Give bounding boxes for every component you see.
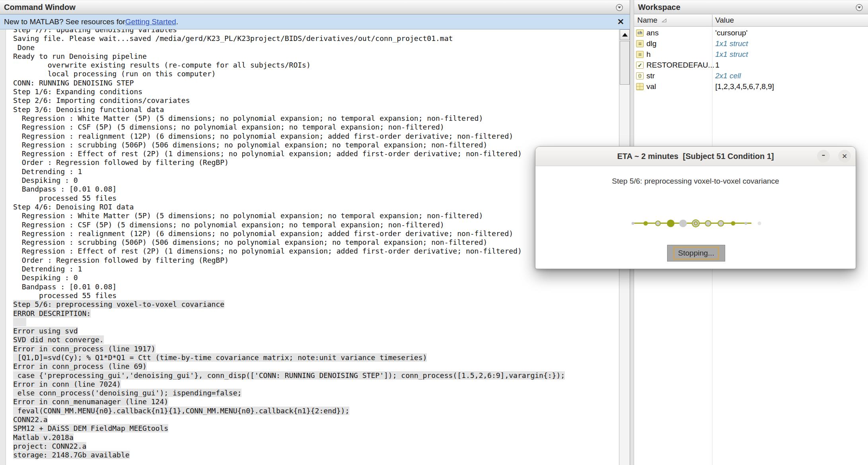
console-lines: Step 7/7: updating denoising variablesSa… — [13, 29, 565, 460]
console-line: Error in conn_process (line 1917) — [13, 345, 565, 353]
console-line: Regression : realignment (12P) (6 dimens… — [13, 229, 565, 238]
console-line: case {'preprocessing_gui','denoising_gui… — [13, 371, 565, 380]
variable-value: 1x1 struct — [715, 50, 748, 59]
console-line: [Q1,D]=svd(Cy); % Q1*D*Q1 = Ctt (time-by… — [13, 353, 565, 362]
console-line: Step 3/6: Denoising functional data — [13, 105, 565, 114]
char-variable-icon — [636, 29, 644, 37]
console-line: local processing (run on this computer) — [13, 70, 565, 78]
console-line: Despiking : 0 — [13, 273, 565, 282]
console-line: overwrite existing results (re-compute f… — [13, 61, 565, 70]
console-line: Ready to run Denoising pipeline — [13, 52, 565, 61]
getting-started-link[interactable]: Getting Started — [125, 17, 176, 26]
matrix-variable-icon — [636, 83, 644, 90]
console-line: Error in conn (line 7024) — [13, 380, 565, 389]
workspace-header: Workspace — [634, 0, 868, 14]
console-line: Order : Regression followed by filtering… — [13, 158, 565, 167]
column-divider[interactable] — [712, 15, 712, 27]
progress-dot — [643, 221, 648, 225]
workspace-row[interactable]: RESTOREDEFAU...1 — [634, 60, 868, 70]
console-line: SVD did not converge. — [13, 335, 565, 344]
console-line: Step 4/6: Denoising ROI data — [13, 203, 565, 211]
variable-name: h — [646, 50, 651, 59]
console-line: Detrending : 1 — [13, 265, 565, 273]
scroll-up-arrow-icon — [622, 33, 628, 37]
variable-value: [1,2,3,4,5,6,7,8,9] — [715, 82, 774, 91]
variable-value: 'cursorup' — [715, 29, 747, 37]
panel-menu-icon[interactable] — [855, 4, 863, 12]
variable-name: RESTOREDEFAU... — [646, 61, 714, 70]
console-line: Regression : scrubbing (506P) (506 dimen… — [13, 141, 565, 149]
workspace-row[interactable]: ans'cursorup' — [634, 27, 868, 38]
column-header-name[interactable]: Name — [637, 16, 667, 25]
stopping-button-label: Stopping... — [673, 247, 719, 260]
console-line: Regression : Effect of rest (2P) (1 dime… — [13, 247, 565, 256]
workspace-title: Workspace — [634, 3, 680, 12]
console-line: feval(CONN_MM.MENU{n0}.callback{n1}{1},C… — [13, 407, 565, 415]
console-line: Error using svd — [13, 327, 565, 335]
progress-dot — [758, 221, 761, 225]
console-left-margin — [0, 29, 6, 465]
console-line: Regression : White Matter (5P) (5 dimens… — [13, 114, 565, 123]
console-line: CONN22.a — [13, 415, 565, 424]
scrollbar-up-button[interactable] — [620, 29, 630, 40]
variable-name: dlg — [646, 39, 656, 48]
banner-text: New to MATLAB? See resources for — [4, 17, 125, 26]
console-line: Error in conn_process (line 69) — [13, 362, 565, 371]
console-output-area[interactable]: Step 7/7: updating denoising variablesSa… — [0, 29, 619, 465]
progress-dot — [705, 220, 711, 227]
console-line: processed 55 files — [13, 291, 565, 300]
console-line: processed 55 files — [13, 194, 565, 203]
variable-name: str — [646, 72, 655, 80]
banner-close-icon[interactable]: ✕ — [617, 16, 624, 27]
progress-dot — [632, 222, 634, 225]
console-line: Despiking : 0 — [13, 176, 565, 185]
console-line: storage: 2148.7Gb available — [13, 451, 565, 459]
console-line: Step 1/6: Expanding conditions — [13, 87, 565, 96]
console-line: ERROR DESCRIPTION: — [13, 309, 565, 318]
matlab-desktop: Command Window New to MATLAB? See resour… — [0, 0, 868, 465]
console-line: Regression : CSF (5P) (5 dimensions; no … — [13, 221, 565, 229]
progress-dot — [655, 221, 661, 226]
progress-dot — [667, 219, 674, 227]
progress-dot — [679, 219, 687, 227]
console-line: Regression : CSF (5P) (5 dimensions; no … — [13, 123, 565, 132]
struct-variable-icon — [636, 40, 644, 47]
variable-name: val — [646, 82, 656, 91]
variable-name: ans — [646, 29, 659, 37]
console-line: Regression : scrubbing (506P) (506 dimen… — [13, 238, 565, 247]
console-line: Saving file. Please wait...saved /media/… — [13, 34, 565, 43]
variable-value: 2x1 cell — [715, 72, 741, 80]
console-line: else conn_process('denoising_gui'); ispe… — [13, 389, 565, 397]
console-line: CONN: RUNNING DENOISING STEP — [13, 79, 565, 87]
console-line — [13, 318, 565, 327]
struct-variable-icon — [636, 51, 644, 58]
workspace-row[interactable]: val[1,2,3,4,5,6,7,8,9] — [634, 81, 868, 92]
console-line: Detrending : 1 — [13, 167, 565, 176]
panel-menu-icon[interactable] — [615, 4, 623, 12]
progress-dot — [744, 222, 747, 225]
column-header-value[interactable]: Value — [715, 16, 734, 25]
command-window-header: Command Window — [0, 0, 630, 14]
scrollbar-thumb[interactable] — [620, 41, 630, 85]
workspace-row[interactable]: h1x1 struct — [634, 49, 868, 60]
variable-value: 1 — [715, 61, 720, 70]
sort-ascending-icon — [662, 18, 667, 23]
cell-variable-icon — [636, 72, 644, 79]
console-line: Regression : White Matter (5P) (5 dimens… — [13, 211, 565, 220]
console-line: Regression : Effect of rest (2P) (1 dime… — [13, 149, 565, 158]
console-line: Regression : realignment (12P) (6 dimens… — [13, 132, 565, 141]
name-column-label: Name — [637, 16, 658, 25]
console-line: Bandpass : [0.01 0.08] — [13, 185, 565, 194]
console-line: Done — [13, 43, 565, 52]
console-line: Step 2/6: Importing conditions/covariate… — [13, 96, 565, 105]
banner-text-after: . — [176, 17, 178, 26]
variable-value: 1x1 struct — [715, 39, 748, 48]
workspace-row[interactable]: str2x1 cell — [634, 70, 868, 81]
new-to-matlab-banner: New to MATLAB? See resources for Getting… — [0, 14, 630, 29]
console-line: project: CONN22.a — [13, 442, 565, 451]
console-line: Error in conn_menumanager (line 124) — [13, 397, 565, 406]
workspace-row[interactable]: dlg1x1 struct — [634, 38, 868, 49]
stopping-button[interactable]: Stopping... — [667, 245, 725, 262]
progress-dot — [718, 220, 724, 227]
console-line: Matlab v.2018a — [13, 433, 565, 442]
